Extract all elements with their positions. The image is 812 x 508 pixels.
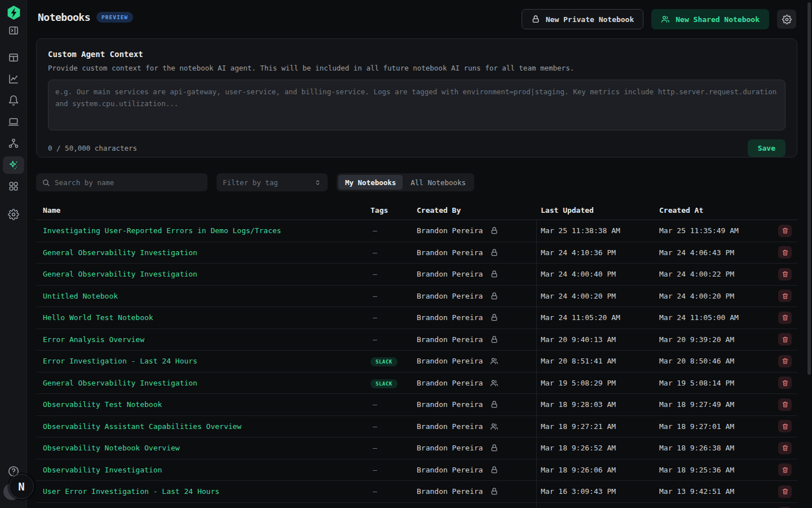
- lock-icon: [490, 487, 498, 496]
- table-row: [36, 503, 797, 508]
- notebook-name-link[interactable]: General Observability Investigation: [36, 270, 370, 278]
- created-by-name: Brandon Pereira: [417, 292, 483, 300]
- actions-cell: [778, 355, 797, 367]
- tag-empty: –: [370, 292, 377, 300]
- collapse-sidebar-icon[interactable]: [8, 25, 19, 36]
- notebook-name-link[interactable]: General Observability Investigation: [36, 248, 370, 257]
- table-row: General Observability Investigation – Br…: [36, 264, 797, 286]
- created-at-value: Mar 20 8:50:46 AM: [659, 357, 778, 365]
- last-updated-value: Mar 24 11:05:20 AM: [541, 313, 659, 322]
- notebook-name-link[interactable]: User Error Investigation - Last 24 Hours: [36, 487, 370, 496]
- delete-notebook-button[interactable]: [778, 398, 792, 411]
- delete-notebook-button[interactable]: [778, 246, 792, 259]
- table-row: Error Analysis Overview – Brandon Pereir…: [36, 329, 797, 351]
- lock-icon: [490, 335, 498, 344]
- created-by-name: Brandon Pereira: [417, 422, 483, 431]
- last-updated-value: Mar 20 8:51:41 AM: [541, 357, 659, 365]
- metrics-chart-icon[interactable]: [8, 73, 19, 85]
- shared-users-icon: [490, 422, 498, 431]
- tags-cell: SLACK: [370, 357, 417, 365]
- user-avatar[interactable]: N: [9, 474, 34, 499]
- created-by-cell: Brandon Pereira: [417, 226, 541, 235]
- delete-notebook-button[interactable]: [778, 268, 792, 281]
- notebook-settings-button[interactable]: [777, 10, 796, 29]
- notebook-name-link[interactable]: Observability Test Notebook: [36, 400, 370, 409]
- created-by-name: Brandon Pereira: [417, 379, 483, 387]
- delete-notebook-button[interactable]: [778, 355, 792, 367]
- agent-context-textarea[interactable]: [48, 80, 785, 130]
- trash-icon: [782, 292, 789, 300]
- delete-notebook-button[interactable]: [778, 376, 792, 389]
- save-button[interactable]: Save: [748, 139, 785, 157]
- table-row: Observability Investigation – Brandon Pe…: [36, 459, 797, 481]
- created-at-value: Mar 18 9:26:38 AM: [659, 444, 778, 452]
- last-updated-value: Mar 18 9:28:03 AM: [541, 400, 659, 409]
- tag-empty: –: [370, 226, 377, 235]
- dashboards-table-icon[interactable]: [8, 52, 19, 63]
- lock-icon: [490, 400, 498, 409]
- scrollbar-thumb[interactable]: [807, 2, 811, 375]
- delete-notebook-button[interactable]: [778, 420, 792, 432]
- delete-notebook-button[interactable]: [778, 463, 792, 476]
- table-row: General Observability Investigation – Br…: [36, 242, 797, 264]
- actions-cell: [778, 333, 797, 345]
- notebook-name-link[interactable]: Observability Investigation: [36, 466, 370, 474]
- notebook-name-link[interactable]: Investigating User-Reported Errors in De…: [36, 226, 370, 235]
- settings-gear-icon[interactable]: [8, 209, 19, 220]
- trash-icon: [782, 444, 789, 452]
- actions-cell: [778, 268, 797, 281]
- created-by-name: Brandon Pereira: [417, 226, 483, 235]
- delete-notebook-button[interactable]: [778, 225, 792, 237]
- tag-empty: –: [370, 313, 377, 322]
- trash-icon: [782, 227, 789, 234]
- tags-cell: –: [370, 422, 417, 431]
- preview-badge: PREVIEW: [96, 12, 133, 23]
- notebook-name-link[interactable]: Observability Notebook Overview: [36, 444, 370, 452]
- notebook-name-link[interactable]: General Observability Investigation: [36, 379, 370, 387]
- tags-cell: –: [370, 400, 417, 409]
- delete-notebook-button[interactable]: [778, 312, 792, 324]
- notebook-name-link[interactable]: Error Analysis Overview: [36, 335, 370, 344]
- created-at-value: Mar 18 9:25:36 AM: [659, 466, 778, 474]
- apps-grid-icon[interactable]: [8, 181, 19, 192]
- ai-sparkles-icon[interactable]: [8, 159, 19, 170]
- created-at-value: Mar 19 5:08:14 PM: [659, 379, 778, 387]
- character-count: 0 / 50,000 characters: [48, 144, 137, 152]
- tab-all-notebooks[interactable]: All Notebooks: [404, 175, 473, 190]
- table-row: User Error Investigation - Last 24 Hours…: [36, 481, 797, 503]
- created-at-value: Mar 24 4:00:22 PM: [659, 270, 778, 278]
- custom-agent-context-card: Custom Agent Context Provide custom cont…: [36, 38, 797, 157]
- delete-notebook-button[interactable]: [778, 333, 792, 345]
- new-shared-notebook-button[interactable]: New Shared Notebook: [651, 9, 769, 29]
- tag-empty: –: [370, 335, 377, 344]
- app-logo-icon[interactable]: [6, 5, 21, 20]
- notebook-name-link[interactable]: Hello World Test Notebook: [36, 313, 370, 322]
- delete-notebook-button[interactable]: [778, 442, 792, 454]
- lock-icon: [490, 466, 498, 474]
- notebook-name-link[interactable]: Error Investigation - Last 24 Hours: [36, 357, 370, 365]
- notebook-name-link[interactable]: Observability Assistant Capabilities Ove…: [36, 422, 370, 431]
- created-by-cell: Brandon Pereira: [417, 248, 541, 257]
- tags-cell: –: [370, 444, 417, 452]
- created-at-value: Mar 24 11:05:00 AM: [659, 313, 778, 322]
- created-by-cell: Brandon Pereira: [417, 422, 541, 431]
- tag-filter-select[interactable]: Filter by tag: [217, 173, 328, 191]
- notebook-name-link[interactable]: Untitled Notebook: [36, 292, 370, 300]
- last-updated-value: Mar 18 9:26:06 AM: [541, 466, 659, 474]
- card-footer: 0 / 50,000 characters Save: [48, 139, 785, 157]
- new-private-notebook-button[interactable]: New Private Notebook: [522, 9, 644, 29]
- hosts-laptop-icon[interactable]: [8, 116, 19, 128]
- delete-notebook-button[interactable]: [778, 485, 792, 498]
- alerts-bell-icon[interactable]: [8, 95, 19, 106]
- created-by-name: Brandon Pereira: [417, 466, 483, 474]
- tab-my-notebooks[interactable]: My Notebooks: [338, 175, 403, 190]
- created-by-cell: Brandon Pereira: [417, 444, 541, 452]
- column-header-created-by: Created By: [417, 206, 541, 214]
- search-input[interactable]: [55, 178, 202, 187]
- delete-notebook-button[interactable]: [778, 290, 792, 302]
- created-by-cell: Brandon Pereira: [417, 270, 541, 278]
- topology-icon[interactable]: [8, 138, 19, 149]
- table-row: Hello World Test Notebook – Brandon Pere…: [36, 307, 797, 329]
- tag-empty: –: [370, 444, 377, 452]
- tag-empty: –: [370, 487, 377, 496]
